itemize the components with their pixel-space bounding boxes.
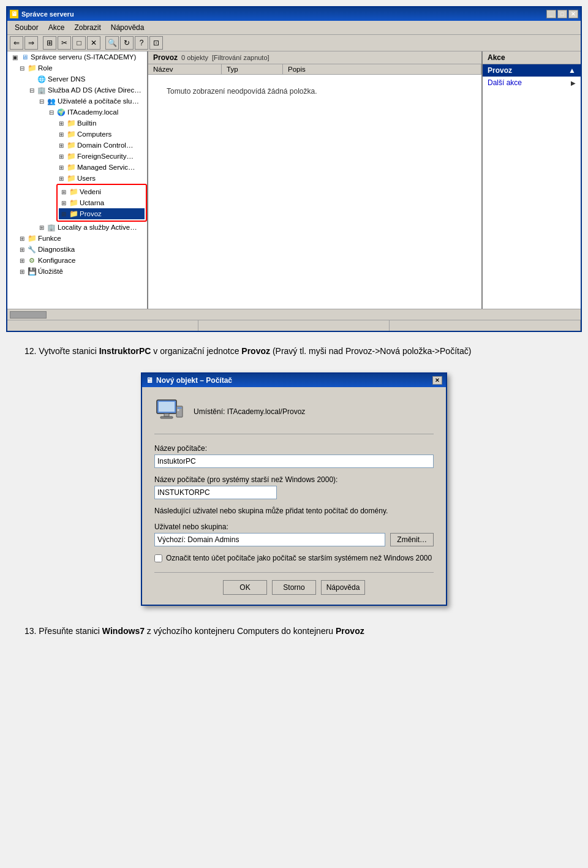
tree-dc[interactable]: ⊞ 📁 Domain Control… [7, 140, 147, 151]
tree-expand-domain[interactable]: ⊟ [47, 107, 56, 117]
col-header-desc[interactable]: Popis [283, 64, 481, 74]
tree-expand-uctarna[interactable]: ⊞ [59, 198, 69, 208]
computers-folder-icon: 📁 [66, 129, 76, 139]
tree-funkce[interactable]: ⊞ 📁 Funkce [7, 233, 147, 244]
close-btn[interactable]: ✕ [568, 10, 578, 18]
tree-label-computers: Computers [77, 130, 111, 138]
tree-expand-managed[interactable]: ⊞ [56, 162, 66, 172]
instruction-12-bold2: Provoz [241, 346, 270, 356]
dialog-close-btn[interactable]: ✕ [432, 376, 442, 385]
tree-expand-role[interactable]: ⊟ [17, 63, 27, 73]
tree-uctarna[interactable]: ⊞ 📁 Uctarna [59, 197, 145, 208]
menu-bar: Soubor Akce Zobrazit Nápověda [7, 21, 581, 35]
tree-provoz[interactable]: ⊞ 📁 Provoz [59, 208, 145, 219]
tree-expand-vedeni[interactable]: ⊞ [59, 187, 69, 197]
copy-btn[interactable]: □ [72, 36, 86, 50]
refresh-btn[interactable]: ↻ [120, 36, 134, 50]
tree-ad-users[interactable]: ⊟ 👥 Uživatelé a počítače slu… [7, 96, 147, 107]
tree-expand-root[interactable]: ▣ [10, 52, 20, 62]
col-header-type[interactable]: Typ [222, 64, 283, 74]
tree-builtin[interactable]: ⊞ 📁 Builtin [7, 118, 147, 129]
show-hide-tree-btn[interactable]: ⊞ [43, 36, 56, 50]
minimize-btn[interactable]: _ [546, 10, 556, 18]
tree-expand-diagnostika[interactable]: ⊞ [17, 244, 27, 254]
middle-pane-title: Provoz [153, 53, 178, 62]
tree-diagnostika[interactable]: ⊞ 🔧 Diagnostika [7, 244, 147, 255]
instruction-12-text-after: (Pravý tl. myši nad Provoz->Nová položka… [273, 346, 471, 356]
tree-users[interactable]: ⊞ 📁 Users [7, 173, 147, 184]
menu-zobrazit[interactable]: Zobrazit [69, 22, 105, 33]
tree-expand-provoz[interactable]: ⊞ [59, 209, 69, 219]
properties-btn[interactable]: 🔍 [105, 36, 119, 50]
forward-btn[interactable]: ⇒ [24, 36, 38, 50]
dns-icon: 🌐 [37, 74, 47, 84]
tree-expand-dc[interactable]: ⊞ [56, 140, 66, 150]
tree-expand-foreign[interactable]: ⊞ [56, 151, 66, 161]
tree-label-domain: ITAcademy.local [67, 108, 118, 116]
tree-expand-funkce[interactable]: ⊞ [17, 233, 27, 243]
action-dalsi-label: Další akce [488, 78, 522, 87]
pc-icon [154, 397, 184, 426]
managed-folder-icon: 📁 [66, 162, 76, 172]
help-btn[interactable]: ? [135, 36, 148, 50]
adusers-icon: 👥 [47, 96, 56, 106]
ok-button[interactable]: OK [223, 580, 267, 595]
cancel-button[interactable]: Storno [272, 580, 316, 595]
action-dalsi-akce[interactable]: Další akce ▶ [483, 77, 581, 89]
middle-pane: Provoz 0 objekty [Filtrování zapnuto] Ná… [148, 51, 483, 309]
dialog-input-name[interactable] [154, 455, 434, 468]
tree-root[interactable]: ▣ 🖥 Správce serveru (S-ITACADEMY) [7, 51, 147, 62]
change-button[interactable]: Změnit… [390, 533, 434, 546]
help-button[interactable]: Nápověda [321, 580, 365, 595]
delete-btn[interactable]: ✕ [87, 36, 100, 50]
instruction-12-bold1: InstruktorPC [99, 346, 151, 356]
menu-napoveda[interactable]: Nápověda [106, 22, 149, 33]
tree-ad-ds[interactable]: ⊟ 🏢 Služba AD DS (Active Direc… [7, 85, 147, 96]
tree-foreign[interactable]: ⊞ 📁 ForeignSecurity… [7, 151, 147, 162]
tree-uloziste[interactable]: ⊞ 💾 Úložiště [7, 266, 147, 277]
maximize-btn[interactable]: □ [557, 10, 567, 18]
menu-akce[interactable]: Akce [43, 22, 70, 33]
action-section-label: Provoz [488, 66, 512, 75]
older-system-checkbox[interactable] [154, 554, 162, 562]
help-label: Nápověda [326, 583, 360, 592]
dialog-separator [154, 572, 434, 573]
tree-server-dns[interactable]: 🌐 Server DNS [7, 74, 147, 85]
back-btn[interactable]: ⇐ [10, 36, 23, 50]
tree-expand-adds[interactable]: ⊟ [27, 85, 37, 95]
dialog-container: 🖥 Nový objekt – Počítač ✕ [0, 366, 588, 618]
tree-label-vedeni: Vedeni [80, 188, 101, 195]
tree-label-funkce: Funkce [38, 235, 61, 242]
tree-managed[interactable]: ⊞ 📁 Managed Servic… [7, 162, 147, 173]
title-bar: 🖥 Správce serveru _ □ ✕ [7, 7, 581, 21]
tree-domain[interactable]: ⊟ 🌍 ITAcademy.local [7, 107, 147, 118]
dialog-title-bar: 🖥 Nový objekt – Počítač ✕ [142, 374, 446, 387]
tree-role[interactable]: ⊟ 📁 Role [7, 62, 147, 74]
tree-expand-computers[interactable]: ⊞ [56, 129, 66, 139]
tree-expand-users[interactable]: ⊞ [56, 173, 66, 183]
dialog-field-legacy-name: Název počítače (pro systémy starší než W… [154, 475, 434, 499]
svg-rect-1 [159, 402, 175, 412]
tree-expand-adusers[interactable]: ⊟ [37, 96, 47, 106]
dialog-input-user-group[interactable] [154, 533, 385, 546]
scroll-thumb[interactable] [10, 311, 47, 319]
tree-expand-uloziste[interactable]: ⊞ [17, 266, 27, 276]
col-header-name[interactable]: Název [148, 64, 222, 74]
tree-label-foreign: ForeignSecurity… [77, 153, 134, 160]
dc-folder-icon: 📁 [66, 140, 76, 150]
dialog-field-user-group-label: Uživatel nebo skupina: [154, 523, 434, 531]
domain-icon: 🌍 [56, 107, 66, 117]
menu-soubor[interactable]: Soubor [10, 22, 43, 33]
extra-btn[interactable]: ⊡ [149, 36, 163, 50]
tree-konfigurace[interactable]: ⊞ ⚙ Konfigurace [7, 255, 147, 266]
tree-vedeni[interactable]: ⊞ 📁 Vedeni [59, 186, 145, 197]
tree-computers[interactable]: ⊞ 📁 Computers [7, 129, 147, 140]
cut-btn[interactable]: ✂ [58, 36, 71, 50]
dialog-input-legacy[interactable] [154, 486, 277, 499]
tree-expand-builtin[interactable]: ⊞ [56, 118, 66, 128]
tree-expand-konfigurace[interactable]: ⊞ [17, 255, 27, 265]
pc-svg [154, 399, 184, 425]
tree-locality[interactable]: ⊞ 🏢 Locality a služby Active… [7, 222, 147, 233]
tree-expand-locality[interactable]: ⊞ [37, 222, 47, 232]
actions-pane: Akce Provoz ▲ Další akce ▶ [483, 51, 581, 309]
